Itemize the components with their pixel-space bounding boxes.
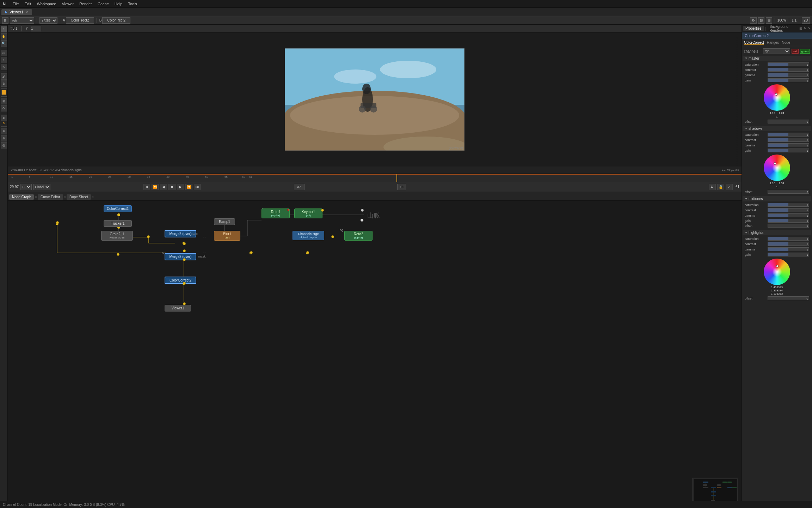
midtones-gam-slider[interactable]: 1 (768, 213, 809, 217)
rpanel-icon1[interactable]: ⊞ (799, 26, 802, 30)
channel-select[interactable]: rgba.alpha rgb sRGB (10, 17, 34, 24)
highlights-colorwheel[interactable] (764, 259, 790, 285)
global-mode[interactable]: Global (33, 184, 50, 190)
highlights-header[interactable]: ▼ highlights (743, 230, 811, 235)
node-blur1[interactable]: Blur1 (all) (214, 231, 240, 241)
midtones-header[interactable]: ▼ midtones (743, 196, 811, 201)
tool-clone[interactable]: ⊕ (1, 80, 7, 87)
colorspace-select[interactable]: sRGB (39, 17, 57, 24)
play-fwd-btn[interactable]: ▶ (177, 184, 184, 190)
tool-pan[interactable]: ✋ (1, 33, 7, 40)
menu-help[interactable]: Help (115, 2, 123, 6)
node-colorcorrect1[interactable]: ColorCorrect1 (104, 205, 132, 212)
highlights-con-slider[interactable]: 1 (768, 242, 809, 246)
2d-3d-btn[interactable]: 2D (802, 17, 810, 24)
shadows-con-slider[interactable]: 1 (768, 138, 809, 142)
tool-nodes[interactable]: ◈ (1, 115, 7, 121)
node-roto1[interactable]: Roto1 (alpha) (262, 208, 290, 218)
tool-extra1[interactable]: ⊕ (1, 128, 7, 134)
node-colorcorrect2[interactable]: ColorCorrect2 (165, 277, 196, 284)
rpanel-tab-bg[interactable]: Background Renders (767, 25, 796, 33)
tool-select[interactable]: ↖ (1, 26, 7, 32)
tool-color[interactable] (1, 90, 6, 95)
rpanel-tab-props[interactable]: Properties (743, 26, 764, 31)
tab-node-graph[interactable]: Node Graph (9, 194, 34, 200)
viewer-grid-btn[interactable]: ⊞ (766, 17, 772, 24)
menu-file[interactable]: File (13, 2, 19, 6)
master-sat-slider[interactable]: 1 (768, 62, 809, 66)
tab-curve-editor[interactable]: Curve Editor (38, 194, 63, 200)
master-header[interactable]: ▼ master (743, 56, 811, 61)
channels-select[interactable]: rgb (763, 48, 790, 54)
viewer-canvas-area[interactable]: (720x480) (8, 32, 742, 167)
input-b-btn[interactable]: Color_rect2 (102, 17, 130, 24)
midtones-sat-slider[interactable]: 1 (768, 203, 809, 207)
tool-circle[interactable]: ○ (1, 57, 7, 63)
menu-tools[interactable]: Tools (128, 2, 137, 6)
menu-render[interactable]: Render (79, 2, 92, 6)
timeline-settings-btn[interactable]: ⚙ (709, 184, 716, 190)
node-roto2[interactable]: Roto2 (alpha) (344, 231, 373, 241)
channel-mode-btn[interactable]: ⊞ (2, 17, 8, 24)
timeline-export-btn[interactable]: ↗ (726, 184, 733, 190)
play-next-btn[interactable]: ⏩ (185, 184, 192, 190)
props-tab-cc[interactable]: ColorCorrect (744, 41, 764, 45)
tool-roto[interactable]: ⟳ (1, 105, 7, 111)
master-gain-slider[interactable]: 1 (768, 78, 809, 82)
node-graph-canvas[interactable]: ColorCorrect1 Tracker1 Grain2_1 Kodak 52… (8, 201, 742, 508)
menu-workspace[interactable]: Workspace (37, 2, 56, 6)
play-prev-btn[interactable]: ⏪ (152, 184, 159, 190)
highlights-gain-slider[interactable]: 1 (768, 253, 809, 256)
tool-rectangle[interactable]: ▭ (1, 50, 7, 56)
frame-input[interactable] (294, 184, 304, 190)
shadows-colorwheel[interactable] (764, 155, 790, 181)
tool-extra3[interactable]: ◎ (1, 142, 7, 149)
play-start-btn[interactable]: ⏮ (143, 184, 150, 190)
master-colorwheel[interactable] (764, 84, 790, 111)
viewer-settings-btn[interactable]: ⚙ (750, 17, 757, 24)
master-gam-slider[interactable]: 1 (768, 73, 809, 77)
y-input[interactable] (31, 26, 41, 31)
node-grain2[interactable]: Grain2_1 Kodak 5248 (101, 231, 133, 241)
node-keymix1[interactable]: Keymix1 (all) (294, 208, 322, 218)
node-tracker1[interactable]: Tracker1 (104, 220, 132, 227)
rpanel-icon3[interactable]: ✕ (808, 26, 811, 30)
tool-bezier[interactable]: ✎ (1, 64, 7, 70)
timeline-lock-btn[interactable]: 🔒 (717, 184, 724, 190)
midtones-offset-slider[interactable]: 0 (768, 224, 809, 228)
rpanel-icon2[interactable]: ✎ (804, 26, 806, 30)
shadows-sat-slider[interactable]: 1 (768, 133, 809, 137)
shadows-gain-slider[interactable]: 1 (768, 149, 809, 152)
tool-extra2[interactable]: ⊖ (1, 135, 7, 141)
viewer-fit-btn[interactable]: ⊡ (758, 17, 764, 24)
red-channel-btn[interactable]: red (792, 49, 799, 54)
input-a-btn[interactable]: Color_rect2 (66, 17, 94, 24)
node-ramp1[interactable]: Ramp1 (214, 218, 235, 225)
menu-viewer[interactable]: Viewer (62, 2, 73, 6)
tab-dope-sheet[interactable]: Dope Sheet (67, 194, 91, 200)
tool-paint[interactable]: 🖌 (1, 73, 7, 80)
node-channelmerge[interactable]: ChannelMerge alpha U alpha (293, 231, 324, 240)
timeline-ruler[interactable]: 1 5 10 15 20 25 30 35 40 45 50 55 60 61 (8, 174, 742, 182)
highlights-sat-slider[interactable]: 1 (768, 237, 809, 241)
timeline-playhead[interactable] (396, 174, 397, 182)
node-merge2-1[interactable]: Merge2 (over) mask (165, 230, 196, 237)
props-tab-ranges[interactable]: Ranges (767, 41, 779, 44)
tool-tracker[interactable]: ⊞ (1, 98, 7, 104)
midtones-con-slider[interactable]: 1 (768, 208, 809, 212)
shadows-header[interactable]: ▼ shadows (743, 126, 811, 131)
tool-zoom[interactable]: 🔍 (1, 40, 7, 47)
green-channel-btn[interactable]: green (800, 49, 810, 54)
step-input[interactable] (397, 184, 406, 190)
highlights-gam-slider[interactable]: 1 (768, 247, 809, 251)
midtones-gain-slider[interactable]: 1 (768, 219, 809, 223)
master-offset-slider[interactable]: 0 (768, 120, 809, 123)
menu-cache[interactable]: Cache (98, 2, 109, 6)
menu-edit[interactable]: Edit (25, 2, 31, 6)
shadows-offset-slider[interactable]: 0 (768, 190, 809, 194)
props-tab-node[interactable]: Node (782, 41, 790, 44)
play-back-btn[interactable]: ◀ (160, 184, 167, 190)
master-con-slider[interactable]: 1 (768, 68, 809, 72)
tab-close-btn[interactable]: ✕ (26, 10, 29, 14)
fps-unit[interactable]: TF (20, 184, 32, 190)
